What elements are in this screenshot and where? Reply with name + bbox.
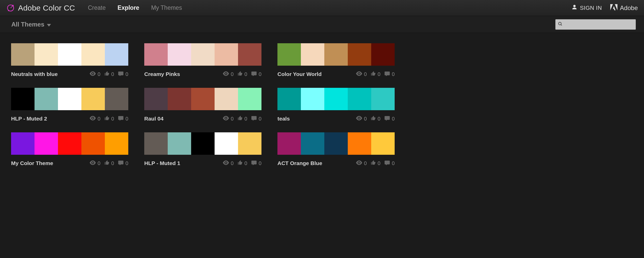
- swatch[interactable]: [168, 132, 191, 155]
- theme-name[interactable]: Creamy Pinks: [144, 71, 180, 77]
- theme-name[interactable]: teals: [277, 116, 290, 122]
- swatch[interactable]: [371, 132, 395, 155]
- search-box[interactable]: [555, 19, 636, 30]
- theme-name[interactable]: My Color Theme: [11, 160, 53, 166]
- signin-button[interactable]: SIGN IN: [572, 4, 602, 12]
- swatch[interactable]: [168, 88, 191, 110]
- theme-swatch-row[interactable]: [144, 43, 261, 66]
- views-stat[interactable]: 0: [356, 116, 367, 122]
- nav-tab-explore[interactable]: Explore: [117, 4, 139, 11]
- comments-stat[interactable]: 0: [251, 160, 261, 167]
- swatch[interactable]: [11, 132, 35, 155]
- views-stat[interactable]: 0: [223, 71, 234, 77]
- swatch[interactable]: [277, 88, 301, 110]
- comments-stat[interactable]: 0: [384, 115, 395, 122]
- swatch[interactable]: [238, 43, 261, 66]
- theme-swatch-row[interactable]: [277, 43, 395, 66]
- swatch[interactable]: [371, 88, 395, 110]
- swatch[interactable]: [238, 132, 261, 155]
- swatch[interactable]: [81, 43, 105, 66]
- swatch[interactable]: [301, 43, 324, 66]
- swatch[interactable]: [238, 88, 261, 110]
- swatch[interactable]: [144, 43, 168, 66]
- swatch[interactable]: [81, 132, 105, 155]
- theme-name[interactable]: ACT Orange Blue: [277, 160, 322, 166]
- search-input[interactable]: [564, 22, 633, 27]
- swatch[interactable]: [58, 43, 81, 66]
- theme-swatch-row[interactable]: [144, 132, 261, 155]
- swatch[interactable]: [105, 132, 128, 155]
- likes-stat[interactable]: 0: [370, 160, 380, 167]
- swatch[interactable]: [105, 88, 128, 110]
- swatch[interactable]: [191, 88, 215, 110]
- swatch[interactable]: [35, 88, 58, 110]
- swatch[interactable]: [11, 88, 35, 110]
- theme-name[interactable]: Raul 04: [144, 116, 164, 122]
- swatch[interactable]: [277, 43, 301, 66]
- theme-name[interactable]: Color Your World: [277, 71, 322, 77]
- likes-stat[interactable]: 0: [237, 116, 247, 122]
- comments-stat[interactable]: 0: [384, 160, 395, 167]
- theme-swatch-row[interactable]: [11, 88, 128, 110]
- swatch[interactable]: [215, 88, 238, 110]
- theme-swatch-row[interactable]: [277, 88, 395, 110]
- swatch[interactable]: [191, 132, 215, 155]
- swatch[interactable]: [35, 43, 58, 66]
- theme-name[interactable]: Neutrals with blue: [11, 71, 58, 77]
- swatch[interactable]: [81, 88, 105, 110]
- swatch[interactable]: [58, 132, 81, 155]
- views-stat[interactable]: 0: [89, 160, 100, 166]
- theme-name[interactable]: HLP - Muted 2: [11, 116, 47, 122]
- logo-area[interactable]: Adobe Color CC: [6, 4, 75, 12]
- swatch[interactable]: [324, 132, 348, 155]
- swatch[interactable]: [348, 43, 371, 66]
- swatch[interactable]: [215, 43, 238, 66]
- likes-stat[interactable]: 0: [370, 116, 380, 122]
- swatch[interactable]: [371, 43, 395, 66]
- swatch[interactable]: [348, 88, 371, 110]
- swatch[interactable]: [35, 132, 58, 155]
- nav-tab-create[interactable]: Create: [88, 4, 106, 11]
- likes-stat[interactable]: 0: [237, 160, 247, 167]
- nav-tab-my-themes[interactable]: My Themes: [151, 4, 182, 11]
- theme-swatch-row[interactable]: [11, 132, 128, 155]
- swatch[interactable]: [301, 88, 324, 110]
- views-stat[interactable]: 0: [356, 160, 367, 166]
- comments-stat[interactable]: 0: [118, 115, 128, 122]
- swatch[interactable]: [348, 132, 371, 155]
- likes-stat[interactable]: 0: [104, 71, 114, 78]
- likes-stat[interactable]: 0: [370, 71, 380, 78]
- thumb-up-icon: [104, 116, 110, 122]
- swatch[interactable]: [324, 43, 348, 66]
- comments-stat[interactable]: 0: [251, 115, 261, 122]
- views-stat[interactable]: 0: [356, 71, 367, 77]
- views-stat[interactable]: 0: [223, 116, 234, 122]
- swatch[interactable]: [11, 43, 35, 66]
- filter-select[interactable]: All Themes: [11, 21, 51, 28]
- swatch[interactable]: [277, 132, 301, 155]
- comments-stat[interactable]: 0: [384, 71, 395, 78]
- swatch[interactable]: [105, 43, 128, 66]
- likes-stat[interactable]: 0: [237, 71, 247, 78]
- swatch[interactable]: [58, 88, 81, 110]
- swatch[interactable]: [324, 88, 348, 110]
- likes-stat[interactable]: 0: [104, 116, 114, 122]
- swatch[interactable]: [144, 88, 168, 110]
- views-stat[interactable]: 0: [223, 160, 234, 166]
- swatch[interactable]: [191, 43, 215, 66]
- theme-swatch-row[interactable]: [144, 88, 261, 110]
- adobe-brand-link[interactable]: Adobe: [610, 4, 638, 12]
- comments-stat[interactable]: 0: [118, 71, 128, 78]
- theme-swatch-row[interactable]: [11, 43, 128, 66]
- theme-name[interactable]: HLP - Muted 1: [144, 160, 180, 166]
- comments-stat[interactable]: 0: [118, 160, 128, 167]
- views-stat[interactable]: 0: [89, 116, 100, 122]
- views-stat[interactable]: 0: [89, 71, 100, 77]
- swatch[interactable]: [144, 132, 168, 155]
- likes-stat[interactable]: 0: [104, 160, 114, 167]
- swatch[interactable]: [301, 132, 324, 155]
- swatch[interactable]: [168, 43, 191, 66]
- comments-stat[interactable]: 0: [251, 71, 261, 78]
- theme-swatch-row[interactable]: [277, 132, 395, 155]
- swatch[interactable]: [215, 132, 238, 155]
